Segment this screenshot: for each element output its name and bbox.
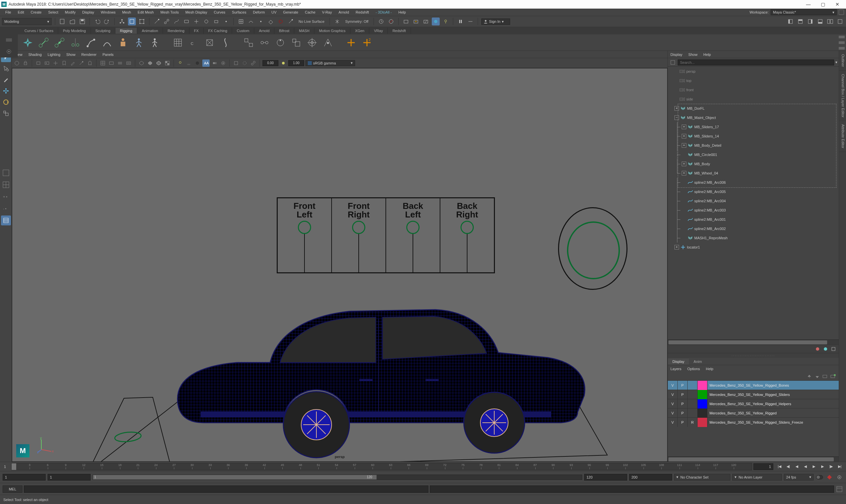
layer-tab-display[interactable]: Display xyxy=(668,359,689,364)
rig-slider-column[interactable]: BackLeft xyxy=(386,198,440,272)
shelf-editor-column[interactable] xyxy=(0,34,18,57)
panel-toggle-2-icon[interactable] xyxy=(796,18,804,25)
menu-file[interactable]: File xyxy=(2,9,15,15)
layout-four-icon[interactable] xyxy=(1,180,11,190)
side-tab-attribute-editor[interactable]: Attribute Editor xyxy=(839,121,846,152)
window-close-button[interactable]: ✕ xyxy=(830,0,845,8)
mask-misc-icon[interactable] xyxy=(222,18,230,25)
layer-move-up-icon[interactable] xyxy=(806,374,812,379)
range-inner-start-field[interactable] xyxy=(48,474,91,481)
shelf-joint-insert-icon[interactable] xyxy=(53,36,66,49)
layer-menu-help[interactable]: Help xyxy=(706,367,714,371)
layer-row[interactable]: VPMercedes_Benz_350_SE_Yellow_Rigged_Bon… xyxy=(668,380,839,390)
range-outer-end-field[interactable] xyxy=(629,474,672,481)
mask-deform-icon[interactable] xyxy=(193,18,200,25)
shelf-tab-animation[interactable]: Animation xyxy=(137,28,163,34)
vp-wireonshade-icon[interactable] xyxy=(155,59,162,67)
shelf-tab-fx[interactable]: FX xyxy=(190,28,204,34)
chbox-icon2[interactable] xyxy=(823,346,828,352)
range-outer-start-field[interactable] xyxy=(3,474,46,481)
outliner-filter-icon[interactable] xyxy=(669,59,677,66)
layer-ref-toggle[interactable]: R xyxy=(688,418,698,427)
make-live-icon[interactable] xyxy=(287,18,294,25)
outliner-menu-show[interactable]: Show xyxy=(688,53,698,56)
mask-dynamic-icon[interactable] xyxy=(202,18,210,25)
vp-menu-show[interactable]: Show xyxy=(67,53,76,56)
layout-shrink-icon[interactable]: - ▪ xyxy=(1,203,11,214)
outliner-menu-help[interactable]: Help xyxy=(703,53,711,56)
shelf-mirror-joint-icon[interactable] xyxy=(69,36,82,49)
layer-tab-anim[interactable]: Anim xyxy=(689,359,706,364)
layer-menu-layers[interactable]: Layers xyxy=(670,367,681,371)
cmd-input[interactable] xyxy=(24,486,429,493)
rig-slider-column[interactable]: FrontLeft xyxy=(278,198,332,272)
outliner-camera-persp[interactable]: persp xyxy=(668,67,839,76)
menu-arnold[interactable]: Arnold xyxy=(335,9,353,15)
panel-drag-handle[interactable]: ·························· xyxy=(668,353,839,358)
vp-grease2-icon[interactable] xyxy=(78,59,85,67)
layer-visibility-toggle[interactable]: V xyxy=(668,390,678,399)
layer-new-selected-icon[interactable] xyxy=(830,374,836,379)
layer-color-swatch[interactable] xyxy=(698,418,707,427)
mask-surface-icon[interactable] xyxy=(182,18,191,25)
character-set-dropdown[interactable]: ▾No Character Set xyxy=(674,474,730,481)
history-toggle2-icon[interactable] xyxy=(387,18,395,25)
auto-key-toggle[interactable] xyxy=(815,473,824,481)
outliner-camera-front[interactable]: front xyxy=(668,85,839,94)
menu-uv[interactable]: UV xyxy=(268,9,280,15)
range-track[interactable]: 1 120 xyxy=(93,474,582,480)
shelf-constraint-parent-icon[interactable] xyxy=(242,36,255,49)
shelf-tab-sculpting[interactable]: Sculpting xyxy=(91,28,115,34)
rig-steering-control[interactable] xyxy=(558,207,628,290)
menu-curves[interactable]: Curves xyxy=(211,9,229,15)
outliner-item[interactable]: +locator1 xyxy=(668,242,839,252)
outliner-item[interactable]: MASH1_ReproMesh xyxy=(668,233,839,242)
layer-ref-toggle[interactable] xyxy=(688,399,698,409)
vp-smoothshade-icon[interactable] xyxy=(146,59,154,67)
menu-edit-mesh[interactable]: Edit Mesh xyxy=(134,9,157,15)
panel-toggle-3-icon[interactable] xyxy=(806,18,814,25)
snap-point-icon[interactable] xyxy=(257,18,265,25)
vp-shadows-icon[interactable] xyxy=(185,59,193,67)
shelf-tab-vray[interactable]: VRay xyxy=(369,28,388,34)
history-toggle-icon[interactable] xyxy=(377,18,385,25)
vp-gamma-field[interactable] xyxy=(288,60,304,66)
step-fwd-button[interactable]: ▶ xyxy=(818,463,827,470)
anim-prefs-button[interactable] xyxy=(835,473,843,481)
menu-create[interactable]: Create xyxy=(28,9,45,15)
shelf-cluster-icon[interactable]: C xyxy=(187,36,200,49)
layer-visibility-toggle[interactable]: V xyxy=(668,399,678,409)
menu-windows[interactable]: Windows xyxy=(97,9,119,15)
layer-hscroll[interactable] xyxy=(668,456,839,462)
vp-xray-icon[interactable] xyxy=(241,59,248,67)
scale-tool[interactable] xyxy=(1,108,11,118)
outliner-toggle-icon[interactable] xyxy=(1,215,11,226)
tree-expand-toggle[interactable]: + xyxy=(674,245,679,250)
menu-help[interactable]: Help xyxy=(395,9,409,15)
time-playhead[interactable] xyxy=(12,463,16,470)
shelf-quickrig-icon[interactable] xyxy=(148,36,161,49)
outliner-item[interactable]: spline2:MB_Arc003 xyxy=(668,205,839,215)
playblast-pause-icon[interactable] xyxy=(456,18,465,25)
outliner-camera-side[interactable]: side xyxy=(668,94,839,104)
shelf-tab-xgen[interactable]: XGen xyxy=(350,28,369,34)
light-editor-icon[interactable] xyxy=(442,18,450,25)
set-key-button[interactable] xyxy=(826,473,833,481)
vp-xray-joint-icon[interactable] xyxy=(250,59,257,67)
menu-v-ray[interactable]: V-Ray xyxy=(319,9,335,15)
shelf-bind-skin-icon[interactable] xyxy=(116,36,130,49)
vp-bookmark2-icon[interactable] xyxy=(60,59,68,67)
outliner-item[interactable]: spline2:MB_Arc005 xyxy=(668,187,839,196)
rig-slider-column[interactable]: BackRight xyxy=(440,198,494,272)
vp-bookmark-icon[interactable] xyxy=(35,59,42,67)
menu--3dtoall-[interactable]: - 3DtoAll - xyxy=(372,9,395,15)
ipr-render-icon[interactable] xyxy=(412,18,420,25)
shelf-tab-redshift[interactable]: Redshift xyxy=(388,28,411,34)
play-fwd-button[interactable]: ▶ xyxy=(810,463,818,470)
mask-curve-icon[interactable] xyxy=(173,18,180,25)
rig-slider-column[interactable]: FrontRight xyxy=(332,198,386,272)
shelf-tab-mash[interactable]: MASH xyxy=(294,28,314,34)
shelf-blendshape-icon[interactable] xyxy=(203,36,216,49)
layer-playback-toggle[interactable]: P xyxy=(678,418,688,427)
anim-layer-dropdown[interactable]: ▾No Anim Layer xyxy=(732,474,782,481)
